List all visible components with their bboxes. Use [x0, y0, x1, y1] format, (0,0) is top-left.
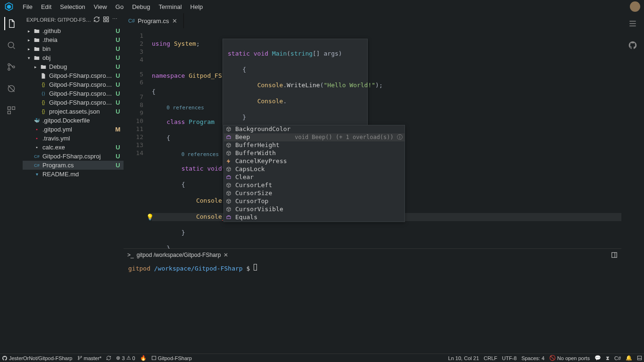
terminal-tabs: >_ gitpod /workspace/Gitpod-FSharp ✕: [124, 249, 621, 261]
menu-debug[interactable]: Debug: [128, 1, 154, 12]
editor[interactable]: 1234567891011121314 using System; namesp…: [124, 28, 621, 248]
tree-item[interactable]: {}Gitpod-FSharp.csproj.nuget…U: [23, 80, 124, 89]
status-repo[interactable]: JesterOrNot/Gitpod-FSharp: [2, 355, 73, 361]
tree-item[interactable]: ▾README.md: [23, 170, 124, 179]
menu-go[interactable]: Go: [112, 1, 127, 12]
svg-point-3: [8, 64, 10, 66]
svg-rect-15: [227, 176, 231, 179]
codelens-references[interactable]: 0 references: [182, 151, 219, 157]
svg-point-2: [8, 42, 14, 48]
svg-rect-7: [8, 107, 11, 110]
tree-item[interactable]: ▸binU: [23, 44, 124, 53]
close-icon[interactable]: ✕: [172, 17, 179, 25]
statusbar: JesterOrNot/Gitpod-FSharp master* ⊗ 3 ⚠ …: [0, 354, 644, 362]
status-layout[interactable]: [637, 355, 642, 361]
suggest-item[interactable]: CursorVisible: [224, 206, 405, 214]
svg-rect-12: [104, 20, 106, 22]
tree-item[interactable]: Gitpod-FSharp.csproj.nuget…U: [23, 71, 124, 80]
menu-view[interactable]: View: [90, 1, 111, 12]
menu-terminal[interactable]: Terminal: [155, 1, 185, 12]
status-flame[interactable]: 🔥: [140, 355, 147, 361]
right-bar: [621, 13, 644, 354]
lightbulb-icon[interactable]: 💡: [146, 214, 153, 220]
tree-item[interactable]: C#Program.csU: [23, 161, 124, 170]
suggest-item[interactable]: Beepvoid Beep() (+ 1 overload(s)) ⓘ: [224, 133, 405, 141]
close-icon[interactable]: ✕: [223, 252, 228, 258]
status-eol[interactable]: CRLF: [484, 355, 497, 361]
tree-item[interactable]: ▪calc.exeU: [23, 143, 124, 152]
tree-item[interactable]: 🐳.gitpod.Dockerfile: [23, 116, 124, 125]
suggest-item[interactable]: BufferHeight: [224, 141, 405, 149]
status-language[interactable]: C#: [614, 355, 621, 361]
status-cursor[interactable]: Ln 10, Col 21: [448, 355, 479, 361]
avatar[interactable]: [630, 1, 640, 12]
status-spaces[interactable]: Spaces: 4: [521, 355, 545, 361]
main: C# Program.cs ✕ 1234567891011121314 usin…: [124, 13, 621, 354]
extensions-icon[interactable]: [5, 104, 18, 117]
explorer-icon[interactable]: [4, 17, 17, 30]
refresh-icon[interactable]: [93, 16, 101, 24]
suggest-item[interactable]: CapsLock: [224, 165, 405, 173]
suggest-item[interactable]: CancelKeyPress: [224, 157, 405, 165]
more-icon[interactable]: ⋯: [112, 16, 120, 24]
menu-file[interactable]: File: [19, 1, 36, 12]
editor-tabs: C# Program.cs ✕: [124, 13, 621, 28]
status-hourglass[interactable]: ⧗: [606, 355, 610, 361]
tree-item[interactable]: ▸.githubU: [23, 26, 124, 35]
status-bell[interactable]: 🔔: [626, 355, 632, 361]
suggest-item[interactable]: BackgroundColor: [224, 125, 405, 133]
explorer-header: EXPLORER: GITPOD-FS… ⋯: [23, 13, 124, 26]
debug-icon[interactable]: [5, 82, 18, 95]
terminal-tab-label: gitpod /workspace/Gitpod-FSharp: [137, 252, 221, 258]
tree-item[interactable]: ▸.theiaU: [23, 35, 124, 44]
suggest-item[interactable]: CursorTop: [224, 197, 405, 206]
outline-icon[interactable]: [626, 17, 639, 30]
suggest-item[interactable]: Clear: [224, 173, 405, 181]
status-project[interactable]: Gitpod-FSharp: [151, 355, 192, 361]
svg-rect-21: [152, 356, 156, 360]
suggest-item[interactable]: BufferWidth: [224, 149, 405, 157]
tab-program-cs[interactable]: C# Program.cs ✕: [124, 13, 184, 28]
terminal-path: /workspace/Gitpod-FSharp: [154, 265, 243, 272]
code-body[interactable]: using System; namespace Gitpod_FSh { 0 r…: [152, 28, 621, 248]
tree-item[interactable]: ⟨⟩Gitpod-FSharp.csproj.nuget…U: [23, 89, 124, 98]
tree-item[interactable]: {}project.assets.jsonU: [23, 107, 124, 116]
tree-item[interactable]: C#Gitpod-FSharp.csprojU: [23, 152, 124, 161]
terminal-body[interactable]: gitpod /workspace/Gitpod-FSharp $: [124, 261, 621, 354]
suggest-item[interactable]: CursorLeft: [224, 181, 405, 189]
status-encoding[interactable]: UTF-8: [502, 355, 517, 361]
github-icon[interactable]: [626, 39, 639, 52]
menu-help[interactable]: Help: [187, 1, 207, 12]
menubar: FileEditSelectionViewGoDebugTerminalHelp: [0, 0, 644, 13]
terminal-icon: >_: [127, 252, 134, 258]
menu-selection[interactable]: Selection: [56, 1, 89, 12]
codelens-references[interactable]: 0 references: [166, 105, 204, 111]
svg-point-5: [13, 66, 15, 68]
status-feedback[interactable]: 💬: [594, 355, 601, 361]
terminal-tab[interactable]: >_ gitpod /workspace/Gitpod-FSharp ✕: [127, 252, 228, 258]
menu-edit[interactable]: Edit: [37, 1, 55, 12]
panel-toggle-icon[interactable]: [611, 252, 618, 258]
terminal-cursor: [254, 264, 257, 271]
svg-rect-17: [612, 253, 617, 258]
activity-bar: [0, 13, 23, 354]
svg-point-20: [81, 356, 82, 357]
suggest-item[interactable]: Equals: [224, 214, 405, 222]
svg-point-19: [78, 359, 79, 360]
explorer-title: EXPLORER: GITPOD-FS…: [26, 17, 91, 23]
suggest-item[interactable]: CursorSize: [224, 189, 405, 197]
intellisense-popup[interactable]: BackgroundColorBeepvoid Beep() (+ 1 over…: [223, 125, 405, 222]
tree-item[interactable]: ▪.travis.yml: [23, 134, 124, 143]
tree-item[interactable]: {}Gitpod-FSharp.csproj.nuget…U: [23, 98, 124, 107]
status-sync[interactable]: [106, 355, 111, 361]
tree-item[interactable]: ▪.gitpod.ymlM: [23, 125, 124, 134]
scm-icon[interactable]: [5, 60, 18, 74]
svg-rect-14: [227, 136, 231, 139]
collapse-icon[interactable]: [103, 16, 110, 24]
search-icon[interactable]: [5, 39, 18, 52]
tree-item[interactable]: ▸DebugU: [23, 62, 124, 71]
tree-item[interactable]: ▾objU: [23, 53, 124, 62]
status-ports[interactable]: 🚫 No open ports: [549, 355, 590, 361]
status-branch[interactable]: master*: [77, 355, 102, 361]
status-problems[interactable]: ⊗ 3 ⚠ 0: [116, 355, 135, 361]
